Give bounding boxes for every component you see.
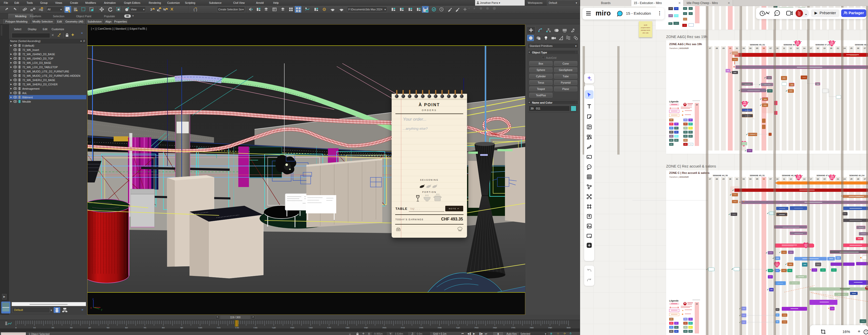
svg-text:NKS: NKS — [743, 104, 747, 105]
svg-text:THA: THA — [830, 41, 834, 43]
svg-text:NKS: NKS — [830, 177, 834, 179]
svg-text:%: % — [163, 8, 166, 11]
svg-text:THA: THA — [796, 41, 800, 43]
svg-text:NKS: NKS — [797, 177, 801, 179]
svg-text:y: y — [101, 308, 102, 311]
svg-text:3: 3 — [150, 8, 152, 11]
svg-text:THA: THA — [743, 102, 747, 104]
svg-text:NKS: NKS — [796, 43, 800, 45]
svg-text:?: ? — [865, 330, 867, 333]
svg-text:}: } — [196, 8, 197, 11]
svg-text:NKS: NKS — [830, 43, 834, 45]
svg-text:x: x — [90, 306, 92, 309]
svg-text:z: z — [92, 297, 94, 300]
svg-text:{: { — [193, 8, 195, 11]
svg-text:THA: THA — [830, 175, 834, 177]
svg-text:THA: THA — [797, 175, 801, 177]
